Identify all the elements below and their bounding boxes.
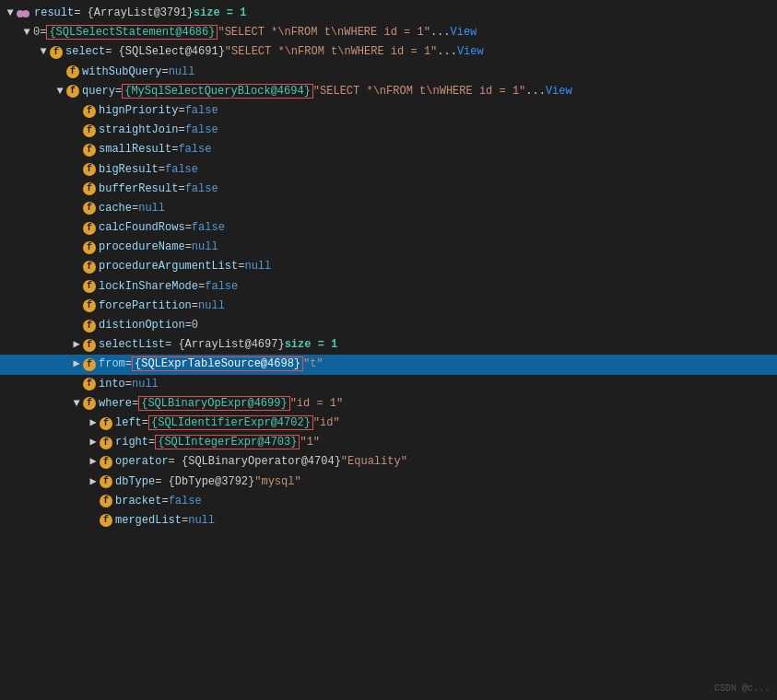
tree-row-smallResult[interactable]: ▶fsmallResult = false	[0, 140, 777, 159]
field-name-where: where	[99, 395, 132, 413]
field-name-cache: cache	[99, 200, 132, 217]
toggle-dbType[interactable]: ▶	[87, 473, 100, 491]
operator-text: ...	[525, 83, 546, 100]
tree-row-where[interactable]: ▼fwhere = {SQLBinaryOpExpr@4699} "id = 1…	[0, 394, 777, 414]
bool-value: false	[169, 493, 202, 510]
tree-row-result[interactable]: ▼result = {ArrayList@3791} size = 1	[0, 4, 777, 23]
field-icon: f	[100, 514, 112, 527]
tree-row-selectList[interactable]: ▶fselectList = {ArrayList@4697} size = 1	[0, 335, 777, 355]
toggle-query[interactable]: ▼	[53, 83, 66, 100]
field-icon: f	[83, 299, 96, 312]
field-name-result: result	[34, 5, 74, 22]
field-name-query: query	[82, 83, 115, 100]
field-name-right: right	[115, 434, 148, 451]
null-value: null	[169, 64, 195, 81]
operator-text: = {ArrayList@4697}	[165, 336, 285, 354]
null-value: null	[192, 239, 218, 256]
watermark: CSDN @c...	[714, 682, 770, 696]
tree-row-left[interactable]: ▶fleft = {SQLIdentifierExpr@4702} "id"	[0, 414, 777, 433]
tree-row-bigResult[interactable]: ▶fbigResult = false	[0, 160, 777, 180]
tree-row-hignPriority[interactable]: ▶fhignPriority = false	[0, 101, 777, 121]
highlight-class: {SQLBinaryOpExpr@4699}	[138, 395, 289, 413]
tree-row-query[interactable]: ▼fquery = {MySqlSelectQueryBlock@4694} "…	[0, 82, 777, 101]
tree-row-operator[interactable]: ▶foperator = {SQLBinaryOperator@4704} "E…	[0, 452, 777, 472]
string-value: "SELECT *\nFROM t\nWHERE id = 1"	[313, 83, 525, 100]
operator-text: =	[238, 258, 244, 275]
toggle-item0[interactable]: ▼	[20, 24, 33, 41]
tree-row-from[interactable]: ▶ffrom = {SQLExprTableSource@4698} "t"	[0, 355, 777, 374]
toggle-selectList[interactable]: ▶	[70, 336, 83, 354]
null-value: null	[138, 200, 165, 217]
field-name-hignPriority: hignPriority	[99, 102, 178, 120]
field-name-lockInShareMode: lockInShareMode	[99, 278, 198, 296]
tree-row-procedureName[interactable]: ▶fprocedureName = null	[0, 238, 777, 257]
bool-value: false	[192, 219, 225, 237]
toggle-from[interactable]: ▶	[70, 356, 83, 373]
field-icon: f	[83, 358, 96, 371]
string-value: "id"	[313, 414, 340, 432]
view-link[interactable]: View	[546, 83, 572, 100]
field-icon: f	[83, 144, 96, 157]
tree-row-right[interactable]: ▶fright = {SQLIntegerExpr@4703} "1"	[0, 433, 777, 452]
toggle-right[interactable]: ▶	[87, 434, 100, 451]
toggle-where[interactable]: ▼	[70, 395, 83, 413]
tree-row-item0[interactable]: ▼0 = {SQLSelectStatement@4686} "SELECT *…	[0, 23, 777, 42]
tree-row-cache[interactable]: ▶fcache = null	[0, 199, 777, 218]
tree-row-into[interactable]: ▶finto = null	[0, 375, 777, 394]
field-name-smallResult: smallResult	[99, 141, 171, 158]
tree-row-calcFoundRows[interactable]: ▶fcalcFoundRows = false	[0, 218, 777, 238]
tree-row-distionOption[interactable]: ▶fdistionOption = 0	[0, 316, 777, 335]
field-name-procedureName: procedureName	[99, 239, 185, 256]
field-name-mergedList: mergedList	[115, 512, 182, 530]
operator-text: ...	[430, 24, 451, 41]
operator-text: =	[198, 278, 205, 296]
toggle-operator[interactable]: ▶	[87, 453, 100, 471]
field-icon: f	[83, 182, 96, 195]
toggle-left[interactable]: ▶	[87, 414, 100, 432]
tree-row-lockInShareMode[interactable]: ▶flockInShareMode = false	[0, 277, 777, 297]
bool-value: false	[185, 181, 218, 198]
tree-row-bracket[interactable]: ▶fbracket = false	[0, 492, 777, 511]
field-name-bufferResult: bufferResult	[99, 181, 178, 198]
tree-row-dbType[interactable]: ▶fdbType = {DbType@3792} "mysql"	[0, 472, 777, 492]
tree-row-straightJoin[interactable]: ▶fstraightJoin = false	[0, 121, 777, 140]
null-value: null	[198, 298, 225, 315]
number-value: 0	[192, 317, 198, 334]
field-name-distionOption: distionOption	[99, 317, 185, 334]
field-icon: f	[83, 241, 96, 254]
tree-row-bufferResult[interactable]: ▶fbufferResult = false	[0, 180, 777, 199]
string-value: "SELECT *\nFROM t\nWHERE id = 1"	[225, 43, 437, 61]
highlight-class: {SQLExprTableSource@4698}	[132, 356, 303, 373]
field-name-selectList: selectList	[99, 336, 165, 354]
tree-row-mergedList[interactable]: ▶fmergedList = null	[0, 511, 777, 531]
view-link[interactable]: View	[457, 43, 484, 61]
view-link[interactable]: View	[450, 24, 477, 41]
operator-text: =	[178, 122, 184, 139]
tree-row-forcePartition[interactable]: ▶fforcePartition = null	[0, 297, 777, 316]
operator-text: =	[171, 141, 178, 158]
bool-value: false	[185, 102, 218, 120]
operator-text: = {SQLBinaryOperator@4704}	[169, 453, 341, 471]
toggle-select[interactable]: ▼	[37, 43, 50, 61]
field-icon: f	[66, 65, 79, 78]
field-name-withSubQuery: withSubQuery	[82, 64, 161, 81]
field-icon: f	[100, 495, 112, 508]
operator-text: =	[161, 493, 168, 510]
operator-text: =	[142, 414, 148, 432]
highlight-class: {SQLSelectStatement@4686}	[46, 24, 218, 41]
string-value: "SELECT *\nFROM t\nWHERE id = 1"	[218, 24, 430, 41]
tree-row-procedureArgumentList[interactable]: ▶fprocedureArgumentList = null	[0, 257, 777, 276]
operator-text: =	[185, 317, 192, 334]
tree-row-select[interactable]: ▼fselect = {SQLSelect@4691} "SELECT *\nF…	[0, 42, 777, 62]
operator-text: =	[132, 200, 138, 217]
operator-text: =	[178, 181, 184, 198]
field-icon: f	[83, 222, 96, 235]
null-value: null	[188, 512, 215, 530]
operator-text: =	[125, 376, 132, 393]
string-value: "1"	[300, 434, 320, 451]
field-icon: f	[83, 202, 96, 215]
operator-text: =	[148, 434, 155, 451]
toggle-result[interactable]: ▼	[4, 5, 17, 22]
operator-text: =	[115, 83, 122, 100]
tree-row-withSubQuery[interactable]: ▶fwithSubQuery = null	[0, 63, 777, 82]
